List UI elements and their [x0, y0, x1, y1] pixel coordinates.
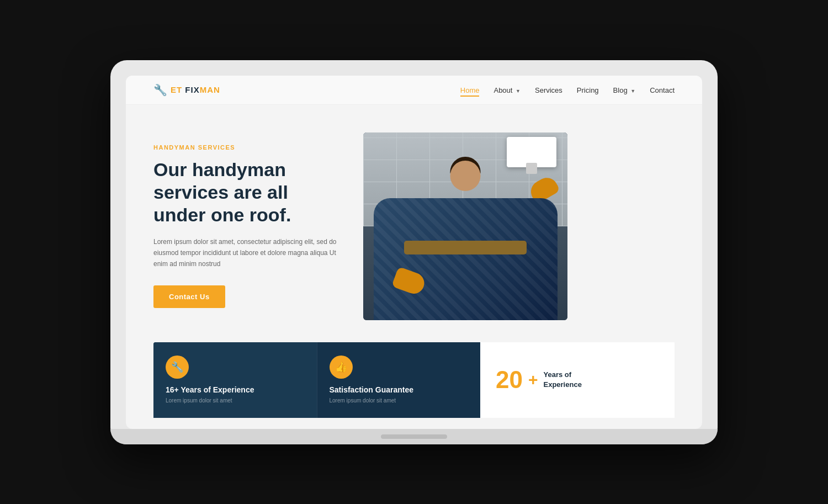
navbar: 🔧 ET FIXMAN Home About ▼ Services	[126, 76, 702, 105]
stat-card-experience: 🔧 16+ Years of Experience Lorem ipsum do…	[153, 342, 317, 418]
stat-desc-experience: Lorem ipsum dolor sit amet	[166, 396, 305, 405]
hero-tag: HANDYMAN SERVICES	[153, 144, 341, 151]
thumbsup-icon-circle: 👍	[330, 356, 353, 379]
stats-section: 🔧 16+ Years of Experience Lorem ipsum do…	[126, 342, 702, 418]
nav-link-blog[interactable]: Blog ▼	[613, 86, 636, 94]
image-background	[363, 132, 567, 320]
nav-item-about[interactable]: About ▼	[493, 85, 521, 95]
hero-image-container	[363, 132, 567, 320]
nav-item-pricing[interactable]: Pricing	[577, 85, 599, 95]
years-label: Years of Experience	[543, 370, 581, 390]
logo-icon: 🔧	[153, 83, 167, 97]
hero-content: HANDYMAN SERVICES Our handyman services …	[153, 144, 341, 308]
laptop-base	[110, 429, 718, 444]
person-body	[374, 198, 558, 320]
laptop-screen: 🔧 ET FIXMAN Home About ▼ Services	[126, 76, 702, 429]
wrench-icon-circle: 🔧	[166, 356, 189, 379]
stat-desc-guarantee: Lorem ipsum dolor sit amet	[330, 396, 469, 405]
years-experience-card: 20 + Years of Experience	[480, 342, 675, 418]
hero-description: Lorem ipsum dolor sit amet, consectetur …	[153, 236, 341, 270]
stat-card-guarantee: 👍 Satisfaction Guarantee Lorem ipsum dol…	[317, 342, 481, 418]
laptop-frame: 🔧 ET FIXMAN Home About ▼ Services	[110, 60, 718, 444]
hero-image	[363, 132, 567, 320]
tool-belt	[404, 241, 527, 254]
hero-section: HANDYMAN SERVICES Our handyman services …	[126, 105, 702, 342]
nav-link-services[interactable]: Services	[535, 86, 562, 94]
nav-menu: Home About ▼ Services Pricing Blog	[460, 85, 675, 95]
stats-dark-cards: 🔧 16+ Years of Experience Lorem ipsum do…	[153, 342, 480, 418]
nav-link-pricing[interactable]: Pricing	[577, 86, 599, 94]
logo: 🔧 ET FIXMAN	[153, 83, 220, 97]
contact-us-button[interactable]: Contact Us	[153, 285, 225, 308]
nav-link-home[interactable]: Home	[460, 86, 480, 97]
hero-title: Our handyman services are all under one …	[153, 158, 341, 226]
years-plus: +	[528, 370, 538, 389]
years-number: 20	[496, 366, 523, 394]
person-head	[450, 161, 481, 191]
nav-item-services[interactable]: Services	[535, 85, 562, 95]
chevron-down-icon: ▼	[516, 88, 521, 94]
logo-text: ET FIXMAN	[171, 85, 220, 94]
chevron-down-icon: ▼	[630, 88, 635, 94]
nav-item-blog[interactable]: Blog ▼	[613, 85, 636, 95]
nav-link-about[interactable]: About ▼	[493, 86, 521, 94]
sink-decoration	[507, 137, 556, 167]
nav-item-home[interactable]: Home	[460, 85, 480, 95]
stat-title-guarantee: Satisfaction Guarantee	[330, 385, 469, 394]
nav-item-contact[interactable]: Contact	[650, 85, 675, 95]
stat-title-experience: 16+ Years of Experience	[166, 385, 305, 394]
nav-link-contact[interactable]: Contact	[650, 86, 675, 94]
